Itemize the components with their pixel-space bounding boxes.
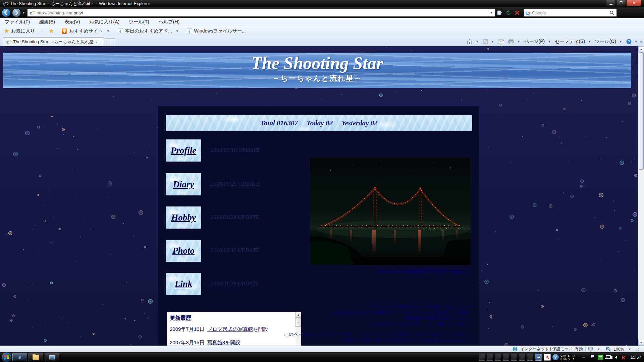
show-hidden-icons-button[interactable]: ▲ — [583, 356, 586, 359]
menu-tools[interactable]: ツール(T) — [124, 18, 154, 26]
diary-link[interactable]: 日記 — [352, 310, 361, 315]
history-dropdown[interactable]: ▼ — [22, 11, 25, 14]
print-dropdown[interactable]: ▼ — [517, 40, 520, 43]
help-button[interactable]: ? ▼ — [625, 39, 639, 44]
favorites-item-osusume[interactable]: e 本日のおすすめアド... ▼ — [114, 27, 183, 35]
help-dropdown[interactable]: ▼ — [635, 40, 638, 43]
ime-minimize-controls[interactable]: ❐▼ — [573, 354, 575, 360]
favorites-button[interactable]: ★ お気に入り — [0, 27, 39, 35]
minimize-button[interactable]: ▁ — [606, 0, 616, 6]
ime-toolbar-button[interactable] — [519, 354, 525, 361]
bridge-night-photo — [310, 158, 471, 265]
home-dropdown[interactable]: ▼ — [476, 40, 479, 43]
menu-edit[interactable]: 編集(E) — [35, 18, 60, 26]
nav-photo-button[interactable]: Photo — [166, 240, 201, 262]
action-center-icon[interactable] — [590, 354, 596, 360]
menu-file[interactable]: ファイル(F) — [0, 18, 35, 26]
suggested-sites-button[interactable]: おすすめサイト ▼ — [58, 27, 113, 35]
add-favorites-bar-button[interactable]: ★ — [45, 27, 58, 35]
ime-toolbar-button[interactable] — [503, 354, 509, 361]
dropdown-icon: ▼ — [176, 29, 179, 33]
address-dropdown-icon[interactable]: ▼ — [488, 11, 495, 14]
favorites-item-winfile[interactable]: e Windowsファイルサー... — [183, 27, 250, 35]
tray-green-app-icon[interactable] — [597, 354, 603, 360]
restore-button[interactable]: ❐ — [616, 0, 626, 6]
taskbar-explorer-button[interactable] — [29, 353, 43, 361]
nav-diary-button[interactable]: Diary — [166, 173, 201, 195]
nav-diary-link[interactable]: Diary — [173, 179, 194, 190]
stop-button[interactable] — [513, 8, 522, 17]
ime-toolbar-button[interactable] — [479, 354, 485, 361]
antivirus-icon[interactable]: K — [620, 354, 627, 360]
volume-icon[interactable] — [613, 354, 619, 360]
window-title: The Shooting Star ～ちーちゃんと流れ星～ - Windows … — [10, 1, 150, 7]
search-go-button[interactable] — [609, 10, 616, 15]
site-subtitle: ～ちーちゃんと流れ星～ — [3, 74, 631, 83]
back-button[interactable] — [2, 8, 10, 17]
ime-toolbar-button[interactable] — [511, 354, 517, 361]
new-tab-button[interactable] — [105, 38, 115, 46]
taskbar-clock[interactable]: 15:57 — [630, 355, 641, 360]
home-button[interactable]: ▼ — [465, 39, 480, 44]
ime-input-mode-button[interactable]: A — [544, 354, 551, 361]
compatibility-view-button[interactable] — [496, 8, 504, 17]
taskbar-ie-button[interactable]: e — [12, 353, 27, 361]
ime-toolbar-button[interactable] — [487, 354, 493, 361]
nav-link-link[interactable]: Link — [175, 279, 193, 289]
notice-line: 写真館や日記などに掲載されているちーちゃんが撮影した写真の — [229, 310, 471, 315]
tools-menu-button[interactable]: ツール(O) ▼ — [594, 39, 624, 45]
browser-scrollbar[interactable]: ▲ ▼ — [638, 46, 644, 346]
ime-help-button[interactable]: ? — [552, 354, 559, 360]
safety-dropdown: ▼ — [588, 40, 591, 43]
notice-text: や — [346, 310, 351, 315]
nav-photo-link[interactable]: Photo — [172, 246, 195, 256]
nav-hobby-button[interactable]: Hobby — [166, 206, 201, 229]
menu-view[interactable]: 表示(V) — [60, 18, 85, 26]
zoom-level[interactable]: 100% — [613, 347, 624, 352]
forward-button[interactable] — [12, 8, 21, 17]
read-mail-button[interactable] — [497, 40, 505, 44]
menu-help[interactable]: ヘルプ(H) — [154, 18, 184, 26]
lightbulb-icon — [62, 28, 67, 34]
search-box[interactable]: Google — [524, 9, 617, 17]
url-prefix: http://shooting-star. — [37, 10, 74, 15]
feeds-button[interactable]: ▼ — [481, 39, 495, 44]
feeds-dropdown[interactable]: ▼ — [491, 40, 494, 43]
page-menu-button[interactable]: ページ(P) ▼ — [523, 39, 552, 45]
tab-shooting-star[interactable]: e The Shooting Star ～ちーちゃんと流れ星～ — [3, 37, 104, 46]
favorites-label: お気に入り — [11, 28, 35, 34]
print-button[interactable]: ▼ — [507, 39, 522, 44]
ime-menu-button[interactable]: ≣ — [535, 354, 542, 361]
favorites-bar: ★ お気に入り ★ おすすめサイト ▼ e 本日のおすすめアド... ▼ e W… — [0, 26, 644, 36]
safety-menu-label: セーフティ(S) — [555, 39, 585, 45]
nav-hobby-link[interactable]: Hobby — [171, 213, 196, 223]
history-link[interactable]: 写真館8 — [207, 340, 225, 345]
nav-profile-link[interactable]: Profile — [171, 145, 196, 156]
title-bar: e The Shooting Star ～ちーちゃんと流れ星～ - Window… — [0, 0, 644, 7]
windows-flag-icon — [4, 355, 9, 360]
photo-gallery-link[interactable]: 写真館 — [332, 310, 346, 315]
mail-link[interactable]: mail(＠マーク)shooting-star.or.tv — [393, 337, 461, 343]
nav-profile-button[interactable]: Profile — [166, 139, 201, 162]
svg-text:?: ? — [628, 40, 630, 44]
scroll-up-icon[interactable]: ▲ — [638, 46, 644, 52]
shield-dropdown[interactable]: ▼ — [597, 348, 600, 351]
ime-toolbar-button[interactable] — [527, 354, 533, 361]
favorites-item-label: Windowsファイルサー... — [194, 28, 246, 34]
network-icon[interactable] — [605, 354, 611, 360]
scroll-thumb[interactable] — [639, 52, 644, 170]
toolbar-overflow-chevron[interactable]: » — [640, 39, 643, 44]
scroll-down-icon[interactable]: ▼ — [638, 340, 644, 346]
menu-favorites[interactable]: お気に入り(A) — [85, 18, 124, 26]
notice-line: 無断転載や転用を禁止します。 — [229, 315, 471, 321]
ime-toolbar-button[interactable] — [495, 354, 501, 361]
close-button[interactable]: ✕ — [626, 0, 641, 6]
nav-link-button[interactable]: Link — [166, 273, 201, 295]
ime-state-indicator[interactable]: CAPS KANA — [560, 354, 570, 361]
refresh-button[interactable] — [504, 8, 513, 17]
taskbar-app-button[interactable] — [45, 353, 59, 361]
start-button[interactable] — [2, 353, 11, 362]
safety-menu-button[interactable]: セーフティ(S) ▼ — [553, 39, 592, 45]
address-bar[interactable]: e http://shooting-star.or.tv/ ▼ — [27, 9, 495, 17]
zoom-dropdown[interactable]: ▼ — [628, 348, 631, 351]
